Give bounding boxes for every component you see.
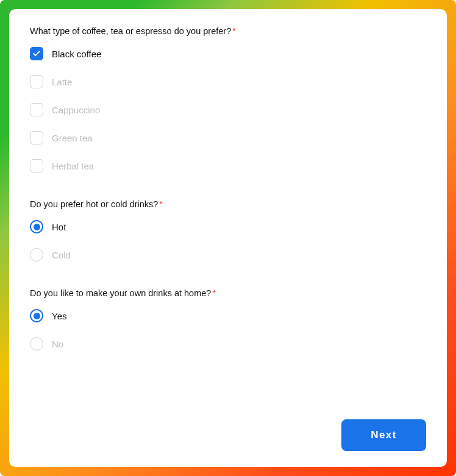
radio-option-no[interactable]: No [30, 337, 426, 350]
option-label: Hot [52, 222, 66, 232]
checkbox-unchecked[interactable] [30, 159, 43, 172]
radio-inner-dot [34, 224, 40, 230]
checkbox-option-latte[interactable]: Latte [30, 75, 426, 88]
option-label: Cappuccino [52, 105, 100, 115]
question-2-title: Do you prefer hot or cold drinks?* [30, 199, 426, 209]
checkbox-checked[interactable] [30, 47, 43, 60]
question-2: Do you prefer hot or cold drinks?* Hot C… [30, 199, 426, 261]
question-3: Do you like to make your own drinks at h… [30, 288, 426, 350]
option-label: Black coffee [52, 49, 101, 59]
radio-option-hot[interactable]: Hot [30, 220, 426, 233]
radio-inner-dot [34, 313, 40, 319]
checkmark-icon [32, 49, 41, 58]
radio-unselected[interactable] [30, 337, 43, 350]
radio-unselected[interactable] [30, 248, 43, 261]
question-2-text: Do you prefer hot or cold drinks? [30, 199, 158, 209]
option-label: Latte [52, 77, 72, 87]
checkbox-option-herbal-tea[interactable]: Herbal tea [30, 159, 426, 172]
radio-selected[interactable] [30, 309, 43, 322]
checkbox-unchecked[interactable] [30, 103, 43, 116]
checkbox-option-black-coffee[interactable]: Black coffee [30, 47, 426, 60]
option-label: Green tea [52, 133, 93, 143]
option-label: No [52, 339, 63, 349]
checkbox-option-green-tea[interactable]: Green tea [30, 131, 426, 144]
checkbox-unchecked[interactable] [30, 75, 43, 88]
option-label: Herbal tea [52, 161, 94, 171]
footer: Next [30, 419, 426, 451]
survey-card: What type of coffee, tea or espresso do … [9, 9, 447, 467]
radio-option-yes[interactable]: Yes [30, 309, 426, 322]
radio-option-cold[interactable]: Cold [30, 248, 426, 261]
question-3-title: Do you like to make your own drinks at h… [30, 288, 426, 298]
radio-selected[interactable] [30, 220, 43, 233]
next-button[interactable]: Next [341, 419, 426, 451]
option-label: Yes [52, 311, 66, 321]
required-mark: * [232, 26, 236, 36]
option-label: Cold [52, 250, 71, 260]
required-mark: * [159, 199, 163, 209]
gradient-frame: What type of coffee, tea or espresso do … [0, 0, 456, 476]
question-3-text: Do you like to make your own drinks at h… [30, 288, 211, 298]
question-1-title: What type of coffee, tea or espresso do … [30, 26, 426, 36]
question-1: What type of coffee, tea or espresso do … [30, 26, 426, 172]
checkbox-option-cappuccino[interactable]: Cappuccino [30, 103, 426, 116]
required-mark: * [212, 288, 216, 298]
question-1-text: What type of coffee, tea or espresso do … [30, 26, 231, 36]
checkbox-unchecked[interactable] [30, 131, 43, 144]
